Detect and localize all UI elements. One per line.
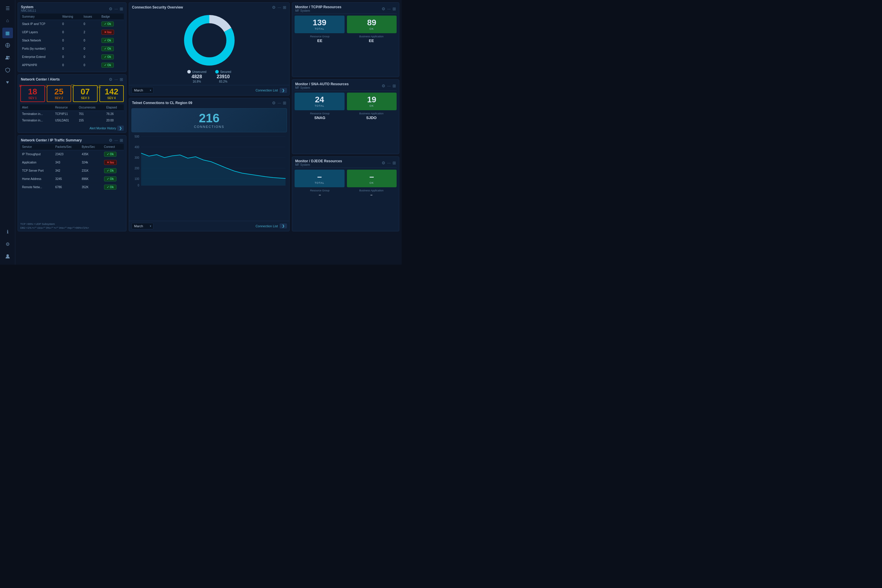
monitor-tcp-ba-value: EE bbox=[369, 39, 374, 43]
monitor-sna-panel: Monitor / SNA-AUTO Resources MF System ⚙… bbox=[292, 80, 399, 154]
telnet-month-select[interactable]: March January February April bbox=[131, 223, 153, 230]
sev-label-4: SEV 4 bbox=[107, 96, 116, 100]
sidebar-item-heart[interactable]: ♥ bbox=[2, 77, 13, 88]
cell-badge: ✕ Isu bbox=[100, 28, 124, 36]
severity-3-box: ▽ 07 SEV 3 bbox=[73, 85, 98, 102]
monitor-tcp-business-app: Business Application EE bbox=[346, 35, 397, 43]
cell-issues: 0 bbox=[82, 45, 100, 53]
sidebar-item-grid[interactable]: ▦ bbox=[2, 28, 13, 38]
severity-grid: ✕ 18 SEV 1 ◇ 25 SEV 2 ▽ 07 SEV 3 △ 142 S… bbox=[18, 83, 126, 104]
alert-history-link[interactable]: Alert Monitor History ❯ bbox=[18, 124, 126, 133]
telnet-panel-controls: ⚙ ··· ⊞ bbox=[272, 100, 286, 105]
monitor-tcp-ba-label: Business Application bbox=[359, 35, 384, 38]
telnet-filter-icon[interactable]: ⚙ bbox=[272, 100, 276, 105]
traffic-filter-icon[interactable]: ⚙ bbox=[109, 138, 112, 142]
monitor-tcp-filter-icon[interactable]: ⚙ bbox=[382, 6, 386, 11]
monitor-sna-title-block: Monitor / SNA-AUTO Resources MF System bbox=[295, 82, 349, 89]
filter-icon[interactable]: ⚙ bbox=[109, 6, 112, 11]
conn-sec-filter-icon[interactable]: ⚙ bbox=[272, 5, 276, 10]
col-warning: Warning bbox=[61, 14, 82, 20]
svg-text:100: 100 bbox=[135, 177, 140, 180]
telnet-expand-icon[interactable]: ⊞ bbox=[283, 100, 286, 105]
monitor-djeoe-rg-label: Resource Group bbox=[310, 189, 330, 192]
traffic-expand-icon[interactable]: ⊞ bbox=[120, 138, 123, 142]
conn-sec-expand-icon[interactable]: ⊞ bbox=[283, 5, 286, 10]
conn-list-button[interactable]: Connection List ❯ bbox=[255, 88, 287, 93]
cell-connect: ✓ Ok bbox=[102, 175, 124, 183]
sidebar-item-settings[interactable]: ⚙ bbox=[2, 239, 13, 249]
monitor-tcp-rg-value: EE bbox=[317, 39, 322, 43]
monitor-sna-subtitle: MF System bbox=[295, 86, 349, 89]
cell-summary: Stack Network bbox=[20, 36, 61, 45]
alerts-filter-icon[interactable]: ⚙ bbox=[109, 77, 112, 82]
monitor-sna-total-box: 24 TOTAL bbox=[295, 93, 345, 110]
col-alert: Alert bbox=[20, 104, 53, 111]
sidebar-item-home[interactable]: ⌂ bbox=[2, 15, 13, 26]
table-row: Ports (by number) 0 0 ✓ Ok bbox=[20, 45, 124, 53]
telnet-conn-list-button[interactable]: Connection List ❯ bbox=[255, 224, 287, 228]
col-bytes: Bytes/Sec bbox=[80, 144, 102, 150]
sidebar-item-shield[interactable] bbox=[2, 64, 13, 75]
traffic-note-line1: TCP >99% • UDP Subsystem bbox=[20, 222, 124, 226]
monitor-tcp-more-icon[interactable]: ··· bbox=[387, 6, 391, 11]
alerts-more-icon[interactable]: ··· bbox=[114, 77, 118, 82]
monitor-tcp-header: Monitor / TCP/IP Resources MF System ⚙ ·… bbox=[292, 3, 399, 14]
monitor-djeoe-more-icon[interactable]: ··· bbox=[387, 160, 391, 165]
monitor-sna-filter-icon[interactable]: ⚙ bbox=[382, 84, 386, 88]
table-row: TCP Server Port 342 231K ✓ Ok bbox=[20, 167, 124, 175]
telnet-month-bar: March January February April Connection … bbox=[129, 221, 289, 231]
svg-text:0: 0 bbox=[138, 184, 140, 187]
monitor-djeoe-expand-icon[interactable]: ⊞ bbox=[393, 160, 396, 165]
monitor-djeoe-title-block: Monitor / DJEOE Resources MF System bbox=[295, 159, 342, 166]
expand-icon[interactable]: ⊞ bbox=[120, 6, 123, 11]
telnet-conn-list-arrow[interactable]: ❯ bbox=[280, 224, 287, 228]
monitor-djeoe-total-label: TOTAL bbox=[315, 182, 324, 184]
donut-chart bbox=[183, 14, 236, 67]
cell-occurrences: 155 bbox=[77, 117, 104, 124]
secured-pct: 83.2% bbox=[219, 80, 227, 83]
traffic-more-icon[interactable]: ··· bbox=[114, 138, 118, 142]
cell-bytes: 231K bbox=[80, 167, 102, 175]
telnet-more-icon[interactable]: ··· bbox=[278, 100, 281, 105]
monitor-djeoe-title: Monitor / DJEOE Resources bbox=[295, 159, 342, 163]
monitor-tcp-expand-icon[interactable]: ⊞ bbox=[393, 6, 396, 11]
system-panel-header: System NMCS8111 ⚙ ··· ⊞ bbox=[18, 3, 126, 14]
sidebar-item-network[interactable] bbox=[2, 40, 13, 51]
alerts-expand-icon[interactable]: ⊞ bbox=[120, 77, 123, 82]
col-packets: Packets/Sec bbox=[54, 144, 80, 150]
monitor-sna-expand-icon[interactable]: ⊞ bbox=[393, 84, 396, 88]
monitor-sna-rg-label: Resource Group bbox=[310, 112, 330, 115]
conn-list-arrow[interactable]: ❯ bbox=[280, 88, 287, 93]
monitor-djeoe-filter-icon[interactable]: ⚙ bbox=[382, 160, 386, 165]
monitor-djeoe-rg-value: – bbox=[319, 193, 321, 197]
monitor-tcp-resource-group: Resource Group EE bbox=[295, 35, 345, 43]
table-row: Termination in... USILDA01 155 20:00 bbox=[20, 117, 124, 124]
cell-summary: Stack IP and TCP bbox=[20, 20, 61, 28]
sidebar-item-menu[interactable]: ☰ bbox=[2, 3, 13, 14]
cell-summary: Enterprise Extend bbox=[20, 53, 61, 61]
cell-service: TCP Server Port bbox=[20, 167, 54, 175]
cell-warning: 0 bbox=[61, 45, 82, 53]
conn-sec-more-icon[interactable]: ··· bbox=[278, 5, 281, 10]
cell-bytes: 352K bbox=[80, 183, 102, 191]
monitor-sna-more-icon[interactable]: ··· bbox=[387, 84, 391, 88]
cell-service: Remote Netw... bbox=[20, 183, 54, 191]
severity-4-box: △ 142 SEV 4 bbox=[99, 85, 124, 102]
cell-packets: 23423 bbox=[54, 150, 80, 159]
system-panel-title-block: System NMCS8111 bbox=[21, 5, 36, 12]
severity-1-box: ✕ 18 SEV 1 bbox=[20, 85, 45, 102]
monitor-sna-info-grid: Resource Group SNAG Business Application… bbox=[292, 112, 399, 122]
legend-unsecured: Unsecured 4828 16.8% bbox=[187, 70, 206, 83]
sev-number-1: 18 bbox=[28, 88, 37, 96]
alert-history-arrow[interactable]: ❯ bbox=[117, 126, 124, 131]
cell-bytes: 896K bbox=[80, 175, 102, 183]
conn-sec-month-bar: March January February April Connection … bbox=[129, 85, 289, 95]
sidebar-item-info[interactable]: ℹ bbox=[2, 226, 13, 237]
sidebar-item-users[interactable] bbox=[2, 52, 13, 63]
monitor-djeoe-total-number: – bbox=[317, 172, 322, 181]
svg-text:500: 500 bbox=[135, 135, 140, 138]
cell-warning: 0 bbox=[61, 61, 82, 69]
more-icon[interactable]: ··· bbox=[114, 6, 118, 11]
sidebar-item-user[interactable] bbox=[2, 251, 13, 262]
conn-sec-month-select[interactable]: March January February April bbox=[131, 87, 153, 93]
